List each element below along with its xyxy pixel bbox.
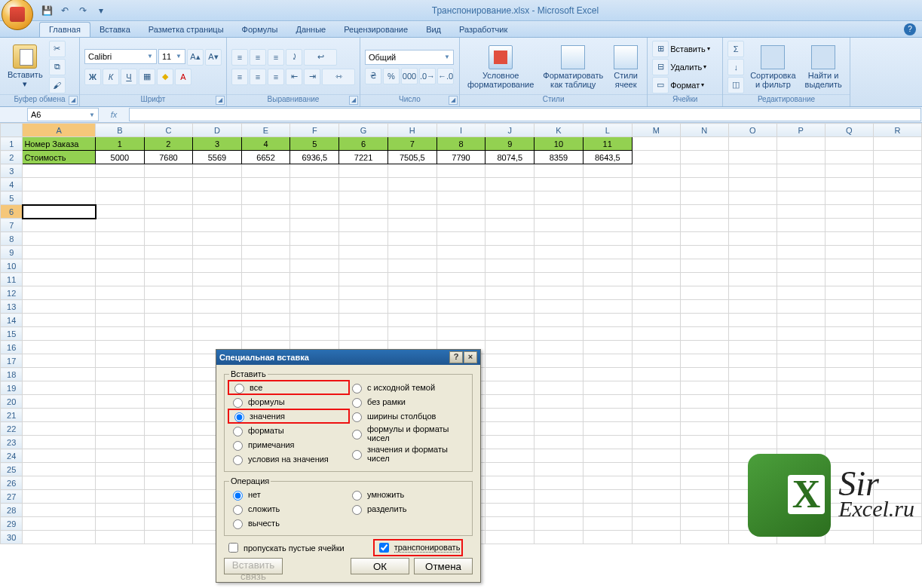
cell-C19[interactable] [144,381,193,395]
cell-H11[interactable] [387,273,436,286]
cell-F7[interactable] [290,219,339,232]
col-header-I[interactable]: I [436,124,486,137]
cell-O4[interactable] [728,178,777,191]
cell-Q14[interactable] [825,314,873,327]
cell-L29[interactable] [583,517,632,531]
cell-C14[interactable] [144,314,193,327]
cell-C25[interactable] [144,463,193,476]
cell-K15[interactable] [535,327,584,341]
cell-H7[interactable] [387,219,436,232]
cell-O13[interactable] [728,300,777,314]
cell-J8[interactable] [486,232,535,246]
paste-opt-значения[interactable]: значения [231,410,347,422]
cell-L24[interactable] [583,449,632,463]
align-left-icon[interactable]: ≡ [231,69,248,85]
cell-F10[interactable] [290,259,339,273]
insert-label[interactable]: Вставить [670,44,706,54]
col-header-H[interactable]: H [387,124,436,137]
skip-blanks-checkbox[interactable]: пропускать пустые ячейки [225,541,345,555]
cell-J24[interactable] [486,449,535,463]
cell-F12[interactable] [290,286,339,300]
cell-O18[interactable] [728,368,777,381]
cell-B30[interactable] [96,531,145,544]
cell-B19[interactable] [96,381,145,395]
cell-D2[interactable]: 5569 [193,151,242,164]
cell-Q19[interactable] [825,381,873,395]
row-header-25[interactable]: 25 [1,463,23,476]
cell-K17[interactable] [535,354,584,368]
cell-P2[interactable] [777,151,825,164]
cell-O20[interactable] [728,395,777,409]
cell-P14[interactable] [777,314,825,327]
cell-H14[interactable] [387,314,436,327]
cell-G2[interactable]: 7221 [339,151,388,164]
cell-C29[interactable] [144,517,193,531]
cell-L14[interactable] [583,314,632,327]
formula-input[interactable] [129,108,921,121]
cell-Q6[interactable] [825,205,873,219]
cell-L17[interactable] [583,354,632,368]
cell-J17[interactable] [486,354,535,368]
cell-R23[interactable] [873,436,921,449]
cell-K25[interactable] [535,463,584,476]
cell-O12[interactable] [728,286,777,300]
format-cells-icon[interactable]: ▭ [652,77,669,93]
cell-N28[interactable] [680,504,728,517]
cell-R22[interactable] [873,422,921,436]
cell-B11[interactable] [96,273,145,286]
cell-K1[interactable]: 10 [535,137,584,151]
row-header-1[interactable]: 1 [1,137,23,151]
row-header-21[interactable]: 21 [1,409,23,422]
cell-C24[interactable] [144,449,193,463]
cell-B23[interactable] [96,436,145,449]
cell-N13[interactable] [680,300,728,314]
cell-M11[interactable] [632,273,680,286]
cell-K24[interactable] [535,449,584,463]
col-header-O[interactable]: O [728,124,777,137]
cell-Q4[interactable] [825,178,873,191]
cell-M2[interactable] [632,151,680,164]
qat-save-icon[interactable]: 💾 [39,3,54,18]
cell-A7[interactable] [23,219,96,232]
op-opt-умножить[interactable]: умножить [348,488,467,501]
name-box[interactable]: A6▼ [27,108,99,121]
cell-A16[interactable] [23,341,96,354]
cell-G8[interactable] [339,232,388,246]
cell-K6[interactable] [535,205,584,219]
cell-D5[interactable] [193,191,242,205]
cell-Q20[interactable] [825,395,873,409]
cell-C10[interactable] [144,259,193,273]
cell-A13[interactable] [23,300,96,314]
cell-H8[interactable] [387,232,436,246]
cell-O16[interactable] [728,341,777,354]
row-header-28[interactable]: 28 [1,504,23,517]
cell-L8[interactable] [583,232,632,246]
cell-J27[interactable] [486,490,535,504]
cell-D10[interactable] [193,259,242,273]
cell-A23[interactable] [23,436,96,449]
cell-R21[interactable] [873,409,921,422]
format-as-table-button[interactable]: Форматировать как таблицу [540,39,606,94]
cell-N1[interactable] [680,137,728,151]
cell-E13[interactable] [241,300,290,314]
cell-N29[interactable] [680,517,728,531]
cell-E5[interactable] [241,191,290,205]
align-top-icon[interactable]: ≡ [231,49,248,66]
tab-formulas[interactable]: Формулы [233,23,287,37]
col-header-G[interactable]: G [339,124,388,137]
cell-C28[interactable] [144,504,193,517]
cell-A27[interactable] [23,490,96,504]
cell-A30[interactable] [23,531,96,544]
cell-H15[interactable] [387,327,436,341]
cell-L15[interactable] [583,327,632,341]
cell-E9[interactable] [241,246,290,259]
cell-E12[interactable] [241,286,290,300]
cell-M6[interactable] [632,205,680,219]
cell-K5[interactable] [535,191,584,205]
cell-D7[interactable] [193,219,242,232]
cut-icon[interactable]: ✂ [49,41,66,57]
cell-G10[interactable] [339,259,388,273]
cell-Q15[interactable] [825,327,873,341]
cell-B25[interactable] [96,463,145,476]
cell-F15[interactable] [290,327,339,341]
